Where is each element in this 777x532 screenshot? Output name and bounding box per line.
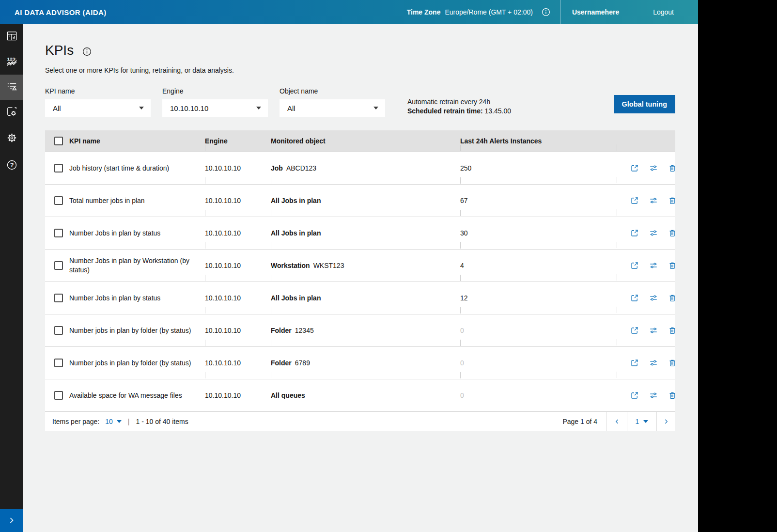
settings-gear-icon — [5, 131, 18, 146]
engine-filter-value: 10.10.10.10 — [170, 104, 208, 112]
alerts-cell: 12 — [460, 294, 617, 302]
row-actions — [617, 196, 675, 205]
next-page-button[interactable] — [656, 412, 675, 431]
sidebar-item-help[interactable]: ? — [0, 152, 23, 179]
svg-text:123·: 123· — [7, 56, 16, 61]
row-checkbox[interactable] — [54, 294, 63, 302]
page-indicator: Page 1 of 4 — [562, 418, 597, 425]
sidebar-expand-button[interactable] — [0, 509, 23, 532]
tune-icon[interactable] — [649, 391, 658, 400]
help-icon: ? — [5, 158, 18, 173]
engine-cell: 10.10.10.10 — [205, 164, 271, 172]
kpi-table: KPI name Engine Monitored object Last 24… — [45, 130, 675, 431]
delete-icon[interactable] — [668, 196, 677, 205]
page-number-select[interactable]: 1 — [627, 412, 656, 431]
monitored-object-cell: All Jobs in plan — [271, 294, 460, 302]
engine-cell: 10.10.10.10 — [205, 262, 271, 269]
row-checkbox[interactable] — [54, 391, 63, 400]
kpi-name-filter-value: All — [53, 104, 61, 112]
row-checkbox[interactable] — [54, 261, 63, 270]
row-checkbox[interactable] — [54, 164, 63, 172]
table-header-row: KPI name Engine Monitored object Last 24… — [45, 130, 675, 152]
kpi-list-icon — [5, 80, 18, 95]
items-per-page-select[interactable]: 10 — [105, 418, 122, 425]
monitored-object-cell: Folder12345 — [271, 327, 460, 334]
table-row: Total number jobs in plan 10.10.10.10 Al… — [45, 184, 675, 217]
logout-button[interactable]: Logout — [653, 8, 674, 16]
engine-filter[interactable]: 10.10.10.10 — [162, 99, 268, 117]
launch-icon[interactable] — [630, 164, 639, 172]
engine-cell: 10.10.10.10 — [205, 294, 271, 302]
select-all-checkbox[interactable] — [54, 137, 63, 145]
kpi-name-cell: Total number jobs in plan — [69, 196, 205, 205]
delete-icon[interactable] — [668, 164, 677, 172]
row-actions — [617, 164, 675, 172]
timezone-value: Europe/Rome (GMT + 02:00) — [445, 8, 532, 16]
col-alerts: Last 24h Alerts Instances — [460, 137, 617, 145]
sidebar-item-kpi-list[interactable] — [0, 75, 23, 100]
monitored-object-cell: Folder6789 — [271, 359, 460, 367]
monitored-object-cell: JobABCD123 — [271, 164, 460, 172]
delete-icon[interactable] — [668, 326, 677, 335]
alerts-cell: 67 — [460, 197, 617, 204]
alerts-cell: 4 — [460, 262, 617, 269]
row-actions — [617, 294, 675, 302]
delete-icon[interactable] — [668, 391, 677, 400]
table-row: Number jobs in plan by folder (by status… — [45, 346, 675, 379]
delete-icon[interactable] — [668, 359, 677, 367]
kpis-info-icon[interactable] — [82, 47, 92, 56]
pagination-bar: Items per page: 10 | 1 - 10 of 40 items … — [45, 411, 675, 431]
engine-cell: 10.10.10.10 — [205, 391, 271, 399]
delete-icon[interactable] — [668, 294, 677, 302]
tune-icon[interactable] — [649, 359, 658, 367]
sidebar-item-dashboard[interactable] — [0, 24, 23, 49]
table-row: Number jobs in plan by folder (by status… — [45, 314, 675, 346]
tune-icon[interactable] — [649, 196, 658, 205]
kpi-name-filter[interactable]: All — [45, 99, 151, 117]
tune-icon[interactable] — [649, 164, 658, 172]
retrain-line2: Scheduled retrain time: 13.45.00 — [407, 107, 511, 116]
launch-icon[interactable] — [630, 326, 639, 335]
row-actions — [617, 326, 675, 335]
kpi-name-cell: Number Jobs in plan by status — [69, 294, 205, 303]
chevron-down-icon — [256, 107, 261, 110]
row-checkbox[interactable] — [54, 326, 63, 335]
timezone-info-icon[interactable] — [542, 8, 550, 16]
row-checkbox[interactable] — [54, 229, 63, 237]
tune-icon[interactable] — [649, 261, 658, 270]
table-row: Number Jobs in plan by status 10.10.10.1… — [45, 217, 675, 249]
launch-icon[interactable] — [630, 261, 639, 270]
alerts-cell: 0 — [460, 359, 617, 367]
tune-icon[interactable] — [649, 326, 658, 335]
launch-icon[interactable] — [630, 359, 639, 367]
global-tuning-button[interactable]: Global tuning — [614, 95, 675, 113]
engine-cell: 10.10.10.10 — [205, 359, 271, 367]
delete-icon[interactable] — [668, 229, 677, 237]
sidebar-item-kpi-trend[interactable]: 123· — [0, 49, 23, 75]
kpi-name-cell: Number Jobs in plan by status — [69, 229, 205, 238]
row-checkbox[interactable] — [54, 196, 63, 205]
table-row: Job history (start time & duration) 10.1… — [45, 152, 675, 184]
launch-icon[interactable] — [630, 391, 639, 400]
row-checkbox[interactable] — [54, 359, 63, 367]
alerts-cell: 30 — [460, 229, 617, 237]
launch-icon[interactable] — [630, 196, 639, 205]
app-title: AI DATA ADVISOR (AIDA) — [0, 8, 107, 16]
retrain-info: Automatic retrain every 24h Scheduled re… — [407, 97, 511, 116]
tune-icon[interactable] — [649, 294, 658, 302]
engine-cell: 10.10.10.10 — [205, 327, 271, 334]
launch-icon[interactable] — [630, 294, 639, 302]
sidebar-item-objects[interactable] — [0, 100, 23, 125]
alerts-cell: 0 — [460, 327, 617, 334]
object-name-filter[interactable]: All — [280, 99, 385, 117]
delete-icon[interactable] — [668, 261, 677, 270]
top-header: AI DATA ADVISOR (AIDA) Time Zone Europe/… — [0, 0, 698, 24]
kpi-name-cell: Number jobs in plan by folder (by status… — [69, 359, 205, 368]
sidebar-item-settings[interactable] — [0, 125, 23, 152]
launch-icon[interactable] — [630, 229, 639, 237]
tune-icon[interactable] — [649, 229, 658, 237]
object-settings-icon — [5, 105, 18, 120]
chevron-down-icon — [117, 420, 122, 423]
retrain-line1: Automatic retrain every 24h — [407, 97, 511, 107]
previous-page-button[interactable] — [606, 412, 627, 431]
